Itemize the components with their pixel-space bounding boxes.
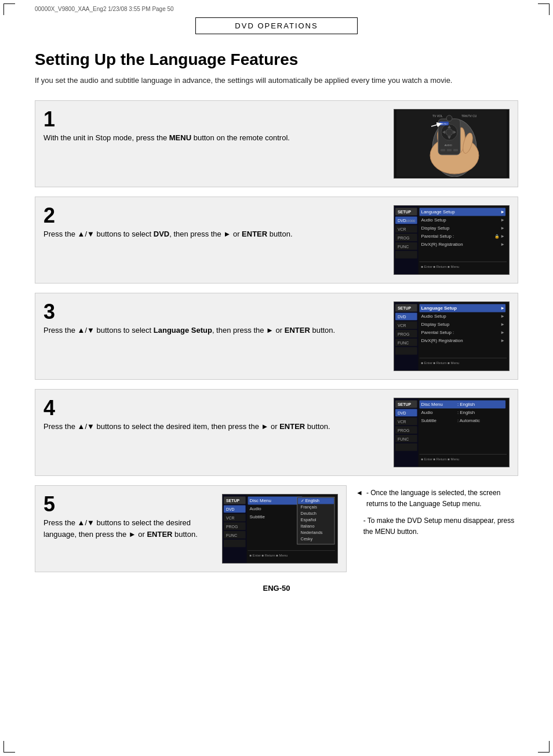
- svg-text:FUNC: FUNC: [398, 244, 409, 248]
- svg-text:DivX(R) Registration: DivX(R) Registration: [421, 337, 463, 343]
- note-2: - To make the DVD Setup menu disappear, …: [356, 515, 518, 537]
- svg-text:DVD: DVD: [398, 411, 406, 415]
- svg-text:DivX(R) Registration: DivX(R) Registration: [421, 241, 463, 246]
- svg-text:Deutsch: Deutsch: [301, 511, 316, 516]
- step-2-text: 2 Press the ▲/▼ buttons to select DVD, t…: [43, 205, 382, 241]
- svg-text:Display Setup: Display Setup: [421, 322, 450, 327]
- menu5-svg: SETUP DVD VCR PROG FUNC Disc Menu Audio …: [223, 494, 337, 564]
- svg-text:DVD: DVD: [398, 219, 406, 223]
- file-info: 00000X_V9800_XAA_Eng2 1/23/08 3:55 PM Pa…: [35, 6, 174, 12]
- step-3-image: SETUP DVD VCR PROG FUNC Language Setup ►…: [394, 301, 510, 371]
- svg-text:Audio: Audio: [250, 506, 262, 511]
- svg-point-18: [446, 115, 452, 121]
- svg-text:■ Enter   ■ Return   ■ Menu: ■ Enter ■ Return ■ Menu: [250, 553, 288, 557]
- svg-rect-36: [395, 250, 417, 258]
- svg-text:Display Setup: Display Setup: [421, 226, 450, 231]
- step-3-number: 3: [43, 301, 382, 322]
- svg-rect-63: [395, 347, 417, 354]
- header-section: DVD Operations: [35, 17, 518, 34]
- svg-text:: English: : English: [457, 410, 475, 415]
- svg-text:Français: Français: [301, 504, 318, 510]
- svg-text:►: ►: [500, 306, 505, 311]
- step-4-text: 4 Press the ▲/▼ buttons to select the de…: [43, 398, 382, 433]
- svg-text:: English: : English: [457, 402, 475, 407]
- svg-text:■ Enter   ■ Return   ■ Menu: ■ Enter ■ Return ■ Menu: [421, 361, 460, 364]
- page-title: Setting Up the Language Features: [35, 50, 518, 69]
- svg-text:FUNC: FUNC: [226, 533, 237, 537]
- svg-text:10000: 10000: [406, 219, 416, 223]
- svg-rect-20: [441, 149, 445, 151]
- svg-text:SETUP: SETUP: [398, 402, 411, 406]
- svg-text:Subtitle: Subtitle: [250, 514, 265, 519]
- svg-text:►: ►: [500, 337, 505, 343]
- step-5-description: Press the ▲/▼ buttons to select the desi…: [43, 517, 210, 541]
- svg-text:VCR: VCR: [398, 227, 406, 231]
- svg-text:Audio: Audio: [421, 410, 434, 415]
- svg-text:■ Enter   ■ Return   ■ Menu: ■ Enter ■ Return ■ Menu: [421, 457, 460, 460]
- svg-text:Español: Español: [301, 517, 316, 522]
- svg-text:TRK/TV CU: TRK/TV CU: [461, 114, 477, 118]
- step-4-section: 4 Press the ▲/▼ buttons to select the de…: [35, 389, 518, 476]
- svg-text:Parental Setup :: Parental Setup :: [421, 330, 454, 335]
- svg-text:Italiano: Italiano: [301, 524, 315, 529]
- menu4-svg: SETUP DVD VCR PROG FUNC Disc Menu : Engl…: [394, 398, 509, 467]
- svg-text:SETUP: SETUP: [226, 499, 239, 503]
- menu2-svg: SETUP DVD 10000 VCR PROG FUNC Language S…: [394, 205, 509, 275]
- svg-text:PROG: PROG: [226, 525, 238, 529]
- step-5-text: 5 Press the ▲/▼ buttons to select the de…: [43, 494, 210, 541]
- svg-text:✓ English: ✓ English: [301, 498, 319, 503]
- svg-text:VCR: VCR: [398, 324, 406, 328]
- step-1-text: 1 With the unit in Stop mode, press the …: [43, 109, 382, 144]
- step-5-number: 5: [43, 494, 210, 515]
- svg-text:SETUP: SETUP: [398, 210, 411, 214]
- svg-text:Parental Setup :: Parental Setup :: [421, 234, 454, 239]
- step-4-number: 4: [43, 398, 382, 419]
- svg-rect-21: [447, 149, 452, 151]
- step-3-description: Press the ▲/▼ buttons to select Language…: [43, 325, 382, 337]
- svg-text:TV VOL: TV VOL: [432, 114, 443, 118]
- step-4-image: SETUP DVD VCR PROG FUNC Disc Menu : Engl…: [394, 398, 510, 467]
- svg-rect-89: [395, 443, 417, 450]
- svg-text:PROG: PROG: [398, 236, 409, 240]
- step-5-section: 5 Press the ▲/▼ buttons to select the de…: [35, 485, 347, 572]
- svg-text:: Automatic: : Automatic: [457, 418, 480, 423]
- svg-text:Disc Menu: Disc Menu: [421, 402, 443, 407]
- step-1-number: 1: [43, 109, 382, 130]
- note-1: ◄ - Once the language is selected, the s…: [356, 488, 518, 510]
- svg-text:🔒: 🔒: [494, 234, 500, 239]
- step-3-section: 3 Press the ▲/▼ buttons to select Langua…: [35, 293, 518, 380]
- page-wrapper: 00000X_V9800_XAA_Eng2 1/23/08 3:55 PM Pa…: [0, 0, 553, 756]
- svg-text:DVD: DVD: [226, 507, 235, 511]
- svg-text:VCR: VCR: [398, 420, 406, 424]
- step-2-number: 2: [43, 205, 382, 226]
- svg-text:FUNC: FUNC: [398, 340, 409, 344]
- header-text: DVD Operations: [235, 21, 318, 30]
- step-1-description: With the unit in Stop mode, press the ME…: [43, 132, 382, 144]
- svg-text:Language Setup: Language Setup: [421, 306, 457, 311]
- note-1-bullet: ◄: [356, 488, 363, 510]
- menu3-svg: SETUP DVD VCR PROG FUNC Language Setup ►…: [394, 301, 509, 371]
- svg-text:Subtitle: Subtitle: [421, 418, 437, 423]
- svg-text:PROG: PROG: [398, 428, 409, 432]
- svg-text:Audio Setup: Audio Setup: [421, 314, 447, 319]
- step-4-description: Press the ▲/▼ buttons to select the desi…: [43, 421, 382, 433]
- svg-text:►: ►: [500, 330, 505, 335]
- note-1-text: - Once the language is selected, the scr…: [366, 488, 518, 510]
- svg-point-11: [446, 129, 453, 136]
- svg-text:Cesky: Cesky: [301, 536, 313, 541]
- svg-text:►: ►: [500, 217, 505, 223]
- step-1-image: TV VOL TRK/TV CU MENU AUDIO: [394, 109, 510, 179]
- svg-text:►: ►: [500, 234, 505, 239]
- svg-text:SETUP: SETUP: [398, 306, 411, 310]
- note-2-bullet: [356, 515, 360, 537]
- step-1-section: 1 With the unit in Stop mode, press the …: [35, 100, 518, 187]
- note-2-text: - To make the DVD Setup menu disappear, …: [363, 515, 518, 537]
- page-number: ENG-50: [35, 584, 518, 593]
- svg-text:PROG: PROG: [398, 332, 409, 336]
- remote-svg: TV VOL TRK/TV CU MENU AUDIO: [396, 110, 507, 177]
- svg-text:FUNC: FUNC: [398, 437, 409, 441]
- step-3-text: 3 Press the ▲/▼ buttons to select Langua…: [43, 301, 382, 337]
- step-2-image: SETUP DVD 10000 VCR PROG FUNC Language S…: [394, 205, 510, 275]
- step-5-container: 5 Press the ▲/▼ buttons to select the de…: [35, 485, 518, 572]
- step-2-section: 2 Press the ▲/▼ buttons to select DVD, t…: [35, 197, 518, 284]
